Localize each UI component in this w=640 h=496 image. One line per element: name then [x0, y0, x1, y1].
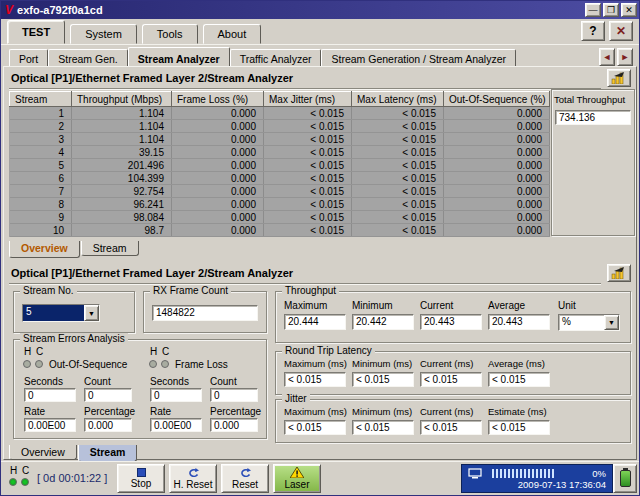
table-cell: 8 [10, 198, 72, 211]
table-cell: < 0.015 [264, 120, 352, 133]
oos-seconds-label: Seconds [24, 376, 63, 387]
tab-scroll-right-button[interactable]: ► [617, 48, 633, 66]
throughput-minimum-value: 20.442 [352, 314, 414, 330]
table-cell: < 0.015 [264, 172, 352, 185]
rtl-maximum-value: < 0.015 [284, 372, 346, 387]
menu-tab-tools[interactable]: Tools [142, 24, 198, 44]
table-cell: < 0.015 [352, 107, 444, 120]
throughput-unit-combo[interactable]: % ▼ [558, 314, 620, 331]
table-cell: < 0.015 [264, 159, 352, 172]
rtl-current-value: < 0.015 [420, 372, 482, 387]
stream-no-combo[interactable]: 5 ▼ [22, 304, 100, 322]
table-cell: < 0.015 [264, 146, 352, 159]
app-close-button[interactable]: ✕ [609, 21, 633, 41]
table-cell: 0.000 [172, 211, 264, 224]
fl-rate-value: 0.00E00 [150, 418, 202, 432]
table-cell: 0.000 [444, 211, 550, 224]
footer: H C [ 0d 00:01:22 ] Stop H. Reset Reset [1, 461, 639, 495]
tab-scroll-left-button[interactable]: ◄ [599, 48, 615, 66]
stop-button[interactable]: Stop [117, 464, 165, 493]
table-cell: 0.000 [444, 224, 550, 237]
table-cell: 10 [10, 224, 72, 237]
stream-errors-title: Stream Errors Analysis [20, 333, 128, 344]
table-row[interactable]: 5201.4960.000< 0.015< 0.0150.000 [10, 159, 550, 172]
current-label: C [162, 346, 169, 357]
table-cell: 201.496 [72, 159, 172, 172]
table-row[interactable]: 998.0840.000< 0.015< 0.0150.000 [10, 211, 550, 224]
oos-rate-value: 0.00E00 [24, 418, 76, 432]
titlebar: V exfo-a792f0a1cd — ❐ ✕ [1, 1, 639, 19]
top-subtab-stream[interactable]: Stream [81, 241, 139, 256]
table-row[interactable]: 6104.3990.000< 0.015< 0.0150.000 [10, 172, 550, 185]
stop-icon [137, 468, 146, 477]
table-row[interactable]: 21.1040.000< 0.015< 0.0150.000 [10, 120, 550, 133]
help-button[interactable]: ? [581, 21, 605, 41]
round-trip-latency-group: Round Trip Latency Maximum (ms) Minimum … [275, 351, 631, 395]
rtl-maximum-label: Maximum (ms) [284, 358, 347, 369]
top-subtab-overview[interactable]: Overview [9, 241, 80, 258]
menu-tab-about[interactable]: About [203, 24, 262, 44]
status-bar: 0% 2009-07-13 17:36:04 [461, 464, 613, 493]
nav-tabbar: Port Stream Gen. Stream Analyzer Traffic… [1, 47, 639, 67]
table-cell: 0.000 [444, 120, 550, 133]
table-row[interactable]: 439.150.000< 0.015< 0.0150.000 [10, 146, 550, 159]
tab-stream-analyzer[interactable]: Stream Analyzer [128, 47, 230, 67]
menu-tab-test[interactable]: TEST [7, 20, 65, 44]
dropdown-arrow-icon[interactable]: ▼ [604, 315, 619, 330]
tab-stream-gen[interactable]: Stream Gen. [48, 49, 128, 67]
laser-button[interactable]: Laser [273, 464, 321, 493]
minimize-button[interactable]: — [585, 3, 601, 17]
throughput-unit-label: Unit [558, 300, 576, 311]
stop-button-label: Stop [131, 478, 152, 489]
table-cell: < 0.015 [352, 224, 444, 237]
bottom-subtab-overview[interactable]: Overview [9, 445, 77, 460]
reset-icon [239, 468, 251, 478]
col-header-throughput: Throughput (Mbps) [72, 92, 172, 107]
table-cell: < 0.015 [264, 107, 352, 120]
table-cell: 0.000 [172, 120, 264, 133]
menu-tab-system[interactable]: System [70, 24, 137, 44]
history-label: H [150, 346, 157, 357]
tab-port[interactable]: Port [9, 49, 48, 67]
col-header-out-of-sequence: Out-Of-Sequence (%) [444, 92, 550, 107]
jitter-minimum-label: Minimum (ms) [352, 406, 412, 417]
table-row[interactable]: 11.1040.000< 0.015< 0.0150.000 [10, 107, 550, 120]
top-report-button[interactable] [607, 69, 631, 87]
table-cell: < 0.015 [352, 185, 444, 198]
table-cell: 0.000 [172, 133, 264, 146]
table-row[interactable]: 1098.70.000< 0.015< 0.0150.000 [10, 224, 550, 237]
rtl-minimum-label: Minimum (ms) [352, 358, 412, 369]
table-cell: < 0.015 [264, 185, 352, 198]
bottom-report-button[interactable] [607, 264, 631, 282]
reset-button[interactable]: Reset [221, 464, 269, 493]
jitter-estimate-label: Estimate (ms) [488, 406, 547, 417]
frame-loss-label: Frame Loss [175, 359, 228, 370]
h-reset-button-label: H. Reset [174, 479, 213, 490]
table-row[interactable]: 792.7540.000< 0.015< 0.0150.000 [10, 185, 550, 198]
chart-icon [611, 72, 627, 84]
throughput-current-label: Current [420, 300, 453, 311]
titlebar-close-button[interactable]: ✕ [621, 3, 637, 17]
oos-current-led [35, 360, 43, 368]
table-row[interactable]: 31.1040.000< 0.015< 0.0150.000 [10, 133, 550, 146]
throughput-unit-value: % [559, 315, 604, 330]
jitter-group: Jitter Maximum (ms) Minimum (ms) Current… [275, 399, 631, 443]
out-of-sequence-label: Out-Of-Sequence [49, 359, 127, 370]
table-cell: 98.084 [72, 211, 172, 224]
table-row[interactable]: 896.2410.000< 0.015< 0.0150.000 [10, 198, 550, 211]
tab-stream-gen-analyzer[interactable]: Stream Generation / Stream Analyzer [321, 49, 516, 67]
maximize-button[interactable]: ❐ [603, 3, 619, 17]
table-cell: 9 [10, 211, 72, 224]
oos-count-label: Count [84, 376, 111, 387]
fl-seconds-value: 0 [150, 388, 202, 402]
stream-table-body: 11.1040.000< 0.015< 0.0150.00021.1040.00… [10, 107, 550, 237]
tab-traffic-analyzer[interactable]: Traffic Analyzer [230, 49, 322, 67]
reset-icon [187, 468, 199, 478]
top-subtabs: Overview Stream [9, 241, 139, 258]
h-reset-button[interactable]: H. Reset [169, 464, 217, 493]
rtl-current-label: Current (ms) [420, 358, 473, 369]
bottom-subtab-stream[interactable]: Stream [78, 445, 138, 462]
dropdown-arrow-icon[interactable]: ▼ [84, 305, 99, 321]
oos-history-led [23, 360, 31, 368]
jitter-maximum-value: < 0.015 [284, 420, 346, 435]
